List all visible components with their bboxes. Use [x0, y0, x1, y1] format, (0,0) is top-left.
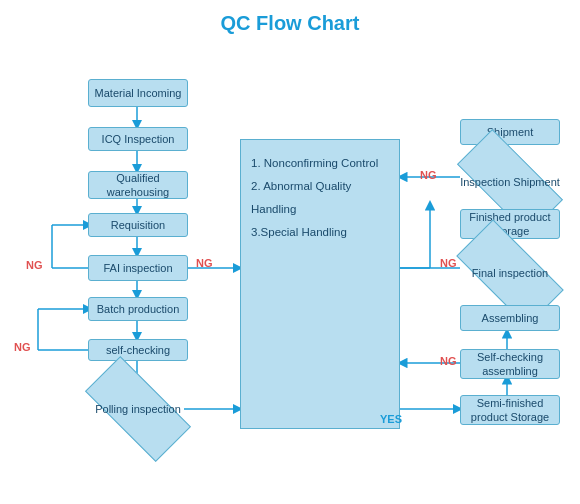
ng-label-self-checking: NG [14, 341, 31, 353]
inspection-shipment-box: Inspection Shipment [460, 157, 560, 207]
self-checking-assembling-box: Self-checking assembling [460, 349, 560, 379]
fai-inspection-box: FAI inspection [88, 255, 188, 281]
ng-label-self-asm: NG [440, 355, 457, 367]
shipment-box: Shipment [460, 119, 560, 145]
icq-inspection-box: ICQ Inspection [88, 127, 188, 151]
polling-inspection-box: Polling inspection [88, 384, 188, 434]
batch-production-box: Batch production [88, 297, 188, 321]
final-inspection-box: Final inspection [460, 247, 560, 299]
ng-label-fai: NG [26, 259, 43, 271]
finished-product-storage-box: Finished product Storage [460, 209, 560, 239]
big-control-box: 1. Nonconfirming Control 2. Abnormal Qua… [240, 139, 400, 429]
self-checking-box: self-checking [88, 339, 188, 361]
qualified-warehousing-box: Qualified warehousing [88, 171, 188, 199]
big-box-line1: 1. Nonconfirming Control [251, 152, 389, 175]
ng-label-final: NG [440, 257, 457, 269]
ng-label-inspection-shipment: NG [420, 169, 437, 181]
page-title: QC Flow Chart [0, 0, 580, 35]
material-incoming-box: Material Incoming [88, 79, 188, 107]
yes-label: YES [380, 413, 402, 425]
big-box-line3: 3.Special Handling [251, 221, 389, 244]
requisition-box: Requisition [88, 213, 188, 237]
semi-finished-product-storage-box: Semi-finished product Storage [460, 395, 560, 425]
assembling-box: Assembling [460, 305, 560, 331]
big-box-line2: 2. Abnormal Quality Handling [251, 175, 389, 221]
ng-label-fai-right: NG [196, 257, 213, 269]
